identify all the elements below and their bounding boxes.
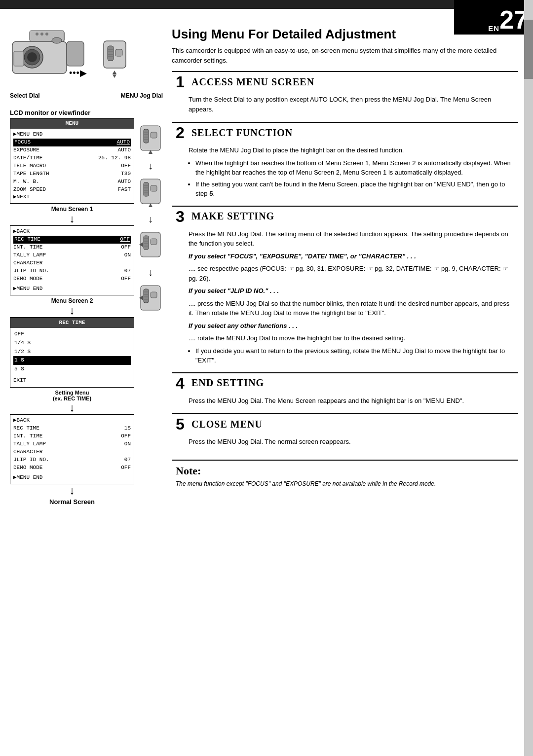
menu-screen1-header: MENU [10, 119, 134, 129]
if-other-body: .... rotate the MENU Jog Dial to move th… [189, 333, 514, 343]
ms3-demo: DEMO MODEOFF [13, 464, 131, 472]
section-select-header: 2 Select Function [172, 123, 518, 143]
ms3-char: CHARACTER [13, 448, 131, 456]
section-close-header: 5 Close Menu [172, 414, 518, 434]
camera-illustration: • • • ▶ [10, 27, 163, 80]
scrollbar-thumb[interactable] [524, 20, 533, 79]
section-close: 5 Close Menu Press the MENU Jog Dial. Th… [172, 413, 518, 455]
svg-point-7 [52, 37, 62, 43]
section-close-body: Press the MENU Jog Dial. The normal scre… [172, 434, 518, 455]
flow-arrow-2: ↓ [148, 214, 153, 225]
en-label: EN [488, 24, 499, 33]
menu-screen1-label: Menu Screen 1 [10, 206, 134, 213]
menu-item-exposure: EXPOSUREAUTO [13, 146, 131, 154]
page-number-area: EN 27 [454, 0, 533, 35]
ms3-inttime: INT. TIMEOFF [13, 432, 131, 440]
svg-rect-35 [151, 185, 157, 191]
svg-rect-51 [151, 292, 157, 298]
end-body-text: Press the MENU Jog Dial. The Menu Screen… [189, 396, 514, 406]
svg-marker-19 [113, 71, 116, 74]
note-body: The menu function except "FOCUS" and "EX… [176, 479, 514, 488]
top-bar [0, 0, 533, 9]
section-select-body: Rotate the MENU Jog Dial to place the hi… [172, 143, 518, 206]
menu-item-rectime2: REC TIMEOFF [13, 236, 131, 244]
section-select: 2 Select Function Rotate the MENU Jog Di… [172, 122, 518, 206]
svg-point-8 [36, 33, 38, 36]
flow-screens: MENU ▶MENU END FOCUSAUTO EXPOSUREAUTO DA… [10, 118, 134, 506]
menu-item-datetime: DATE/TIME25. 12. 98 [13, 154, 131, 162]
menu-item-jlip2: JLIP ID NO.07 [13, 267, 131, 275]
section-title-make: Make Setting [191, 211, 274, 222]
ms3-jlip: JLIP ID NO.07 [13, 456, 131, 464]
menu-item-tape: TAPE LENGTHT30 [13, 170, 131, 178]
menu-screen3-box: ▶BACK REC TIME1S INT. TIMEOFF TALLY LAMP… [10, 414, 134, 484]
menu-item-tele: TELE MACROOFF [13, 162, 131, 170]
if-jlip-body: .... press the MENU Jog Dial so that the… [189, 299, 514, 318]
section-access-body: Turn the Select Dial to any position exc… [172, 92, 518, 122]
sm-item-12s: 1/2 S [13, 348, 131, 357]
dot-arrow: • • • ▶ [69, 68, 89, 78]
ms3-tally: TALLY LAMPON [13, 440, 131, 448]
svg-rect-27 [151, 132, 157, 138]
close-body-text: Press the MENU Jog Dial. The normal scre… [189, 437, 514, 447]
ms3-menuend: ▶MENU END [13, 474, 131, 482]
svg-rect-22 [144, 129, 149, 143]
section-number-1: 1 [176, 74, 187, 90]
menu-item-inttime2: INT. TIMEOFF [13, 244, 131, 252]
access-body-text: Turn the Select Dial to any position exc… [189, 95, 514, 114]
section-make-header: 3 Make Setting [172, 207, 518, 226]
section-make: 3 Make Setting Press the MENU Jog Dial. … [172, 206, 518, 372]
make-if-focus-label: If you select "FOCUS", "EXPOSURE", "DATE… [189, 252, 514, 261]
arrow-down-2: ↓ [10, 305, 134, 316]
svg-rect-11 [14, 51, 24, 66]
menu-item-next: ▶NEXT [13, 193, 131, 201]
scrollbar[interactable] [524, 0, 533, 756]
svg-rect-18 [115, 49, 122, 56]
svg-point-3 [27, 52, 37, 62]
normal-screen-label: Normal Screen [10, 498, 134, 505]
if-jlip-label-text: If you select "JLIP ID NO." . . . [189, 287, 279, 294]
section-access-header: 1 Access Menu Screen [172, 72, 518, 92]
select-body-text: Rotate the MENU Jog Dial to place the hi… [189, 145, 514, 155]
ms3-rectime: REC TIME1S [13, 425, 131, 432]
camera-labels: Select Dial MENU Jog Dial [10, 92, 163, 99]
sm-item-off: OFF [13, 330, 131, 339]
if-focus-body: .... see respective pages (FOCUS: ☞ pg. … [189, 264, 514, 283]
svg-point-9 [40, 33, 43, 36]
dial-icon-1 [138, 123, 163, 155]
menu-item-menuend2: ▶MENU END [13, 285, 131, 293]
make-bullet-1: If you decide you want to return to the … [195, 346, 514, 365]
flow-arrow-3: ↓ [148, 267, 153, 278]
svg-rect-46 [144, 289, 149, 303]
menu-item-zoom: ZOOM SPEEDFAST [13, 186, 131, 194]
menu-screen1-box: MENU ▶MENU END FOCUSAUTO EXPOSUREAUTO DA… [10, 118, 134, 204]
menu-item-char2: CHARACTER [13, 259, 131, 267]
svg-rect-38 [144, 236, 149, 250]
select-bullet-2: If the setting you want can't be found i… [195, 180, 514, 199]
section-end-header: 4 End Setting [172, 373, 518, 393]
left-column: • • • ▶ [10, 27, 163, 506]
svg-point-10 [45, 33, 48, 36]
section-access: 1 Access Menu Screen Turn the Select Dia… [172, 71, 518, 122]
svg-rect-30 [144, 182, 149, 196]
svg-marker-20 [113, 74, 116, 78]
arrow-down-4: ↓ [10, 485, 134, 496]
sm-item-14s: 1/4 S [13, 339, 131, 348]
make-bullets: If you decide you want to return to the … [189, 346, 514, 365]
menu-item-demo2: DEMO MODEOFF [13, 275, 131, 283]
section-make-body: Press the MENU Jog Dial. The setting men… [172, 226, 518, 372]
setting-menu-box: REC TIME OFF 1/4 S 1/2 S 1 S 5 S EXIT [10, 317, 134, 388]
section-end-body: Press the MENU Jog Dial. The Menu Screen… [172, 393, 518, 414]
section-number-2: 2 [176, 125, 187, 141]
sm-item-5s: 5 S [13, 365, 131, 374]
lcd-monitor-label: LCD monitor or viewfinder [10, 109, 163, 116]
menu-item: ▶MENU END [13, 131, 131, 139]
section-number-3: 3 [176, 209, 187, 224]
if-focus-label-text: If you select "FOCUS", "EXPOSURE", "DATE… [189, 252, 416, 260]
dial-icon-3 [138, 230, 163, 262]
sm-item-exit: EXIT [13, 376, 131, 385]
dial-icon-4 [138, 283, 163, 315]
note-section: Note: The menu function except "FOCUS" a… [172, 460, 518, 492]
section-title-access: Access Menu Screen [191, 76, 314, 88]
menu-item-back2: ▶BACK [13, 228, 131, 236]
